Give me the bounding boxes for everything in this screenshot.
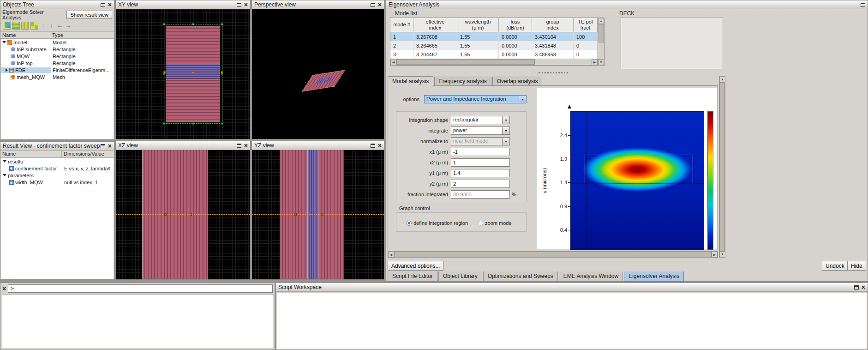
tab-eme-analysis-window[interactable]: EME Analysis Window <box>559 272 623 282</box>
tree-row-fde[interactable]: FDE FiniteDifferenceEigenm... <box>1 66 114 73</box>
undock-button[interactable]: Undock <box>822 261 848 271</box>
close-icon[interactable]: × <box>2 286 6 291</box>
collapsed-expander-icon[interactable] <box>6 68 8 72</box>
x2-input[interactable] <box>451 158 510 167</box>
deck-area[interactable] <box>621 18 722 69</box>
undock-icon[interactable] <box>371 3 375 7</box>
undock-icon[interactable] <box>101 144 105 148</box>
tab-frequency-analysis[interactable]: Frequency analysis <box>434 77 491 85</box>
mode-table-vscrollbar[interactable]: ▲ ▼ <box>598 18 604 65</box>
result-group-results[interactable]: results <box>1 158 114 165</box>
undock-icon[interactable] <box>237 144 241 148</box>
simulation-region-icon[interactable] <box>12 22 20 30</box>
scroll-up-icon[interactable]: ▲ <box>598 18 604 24</box>
content-vscrollbar[interactable]: ▲ ▼ <box>719 76 725 258</box>
arrow-right-icon[interactable]: → <box>65 22 72 29</box>
mesh-refinement-icon[interactable] <box>21 22 29 30</box>
integration-shape-dropdown[interactable]: rectangular ▼ <box>451 116 510 124</box>
perspective-viewport[interactable] <box>252 9 384 139</box>
scroll-left-icon[interactable]: ◀ <box>388 252 394 258</box>
mode-row-3[interactable]: 3 3.204467 1.55 0.0000 3.486958 0 <box>390 50 598 59</box>
tab-optimizations-and-sweeps[interactable]: Optimizations and Sweeps <box>483 272 558 282</box>
tab-overlap-analysis[interactable]: Overlap analysis <box>492 77 543 85</box>
radio-define-integration-region[interactable] <box>407 221 412 226</box>
scroll-up-icon[interactable]: ▲ <box>719 76 725 82</box>
options-dropdown[interactable]: Power and Impedance Integration ▼ <box>424 95 527 103</box>
tab-modal-analysis[interactable]: Modal analysis <box>388 76 433 86</box>
scroll-down-icon[interactable]: ▼ <box>719 251 725 257</box>
monitors-icon[interactable] <box>30 22 38 30</box>
mode-field-heatmap[interactable] <box>570 111 704 250</box>
y2-input[interactable] <box>451 180 510 188</box>
mesh-handle[interactable] <box>294 213 297 216</box>
arrow-left-icon[interactable]: ← <box>56 22 63 29</box>
mesh-handle[interactable] <box>221 71 223 73</box>
x1-input[interactable] <box>451 148 510 156</box>
close-icon[interactable]: × <box>244 143 248 148</box>
header-group-index[interactable]: group index <box>532 18 574 32</box>
mode-table-hscrollbar[interactable]: ◀ ▶ <box>390 59 598 65</box>
radio-zoom-mode[interactable] <box>478 221 483 226</box>
tab-eigensolver-analysis[interactable]: Eigensolver Analysis <box>624 272 684 282</box>
mesh-handle[interactable] <box>163 71 166 73</box>
mesh-handle[interactable] <box>190 213 192 216</box>
advanced-options-button[interactable]: Advanced options... <box>388 261 443 271</box>
mode-row-1[interactable]: 1 3.267608 1.55 0.0000 3.430104 100 <box>390 32 598 41</box>
arrow-down-icon[interactable]: ↓ <box>48 22 55 29</box>
arrow-up-icon[interactable]: ↑ <box>40 22 47 29</box>
content-hscrollbar[interactable]: ◀ ▶ <box>388 251 718 258</box>
mesh-handle[interactable] <box>321 213 323 216</box>
tree-row-inp-top[interactable]: InP top Rectangle <box>1 60 114 66</box>
tree-row-model[interactable]: model Model <box>1 39 114 46</box>
cell: 0.0000 <box>499 50 532 59</box>
scroll-left-icon[interactable]: ◀ <box>390 59 396 65</box>
xy-viewport[interactable] <box>116 9 250 139</box>
close-icon[interactable]: × <box>378 143 382 148</box>
header-effective-index[interactable]: effective index <box>413 18 457 32</box>
header-loss[interactable]: loss (dB/cm) <box>499 18 532 32</box>
close-icon[interactable]: × <box>244 2 248 7</box>
undock-icon[interactable] <box>237 3 241 7</box>
close-icon[interactable]: × <box>108 2 112 7</box>
tab-script-file-editor[interactable]: Script File Editor <box>388 272 437 282</box>
script-prompt-input[interactable] <box>8 284 273 293</box>
mesh-handle[interactable] <box>164 213 167 216</box>
result-row-confinement-factor[interactable]: confinement factor E vs x, y, z, lambda/… <box>1 165 114 172</box>
expander-icon[interactable] <box>3 160 6 163</box>
tree-row-mesh-mqw[interactable]: mesh_MQW Mesh <box>1 73 114 80</box>
expander-icon[interactable] <box>2 41 6 43</box>
scroll-right-icon[interactable]: ▶ <box>712 252 718 258</box>
close-icon[interactable]: × <box>378 2 382 7</box>
result-group-parameters[interactable]: parameters <box>1 172 114 179</box>
undock-icon[interactable] <box>371 144 375 148</box>
header-mode[interactable]: mode # <box>390 18 413 32</box>
hide-button[interactable]: Hide <box>847 261 866 271</box>
integrate-dropdown[interactable]: power ▼ <box>451 127 510 135</box>
tree-row-inp-substrate[interactable]: InP substrate Rectangle <box>1 46 114 53</box>
tree-row-mqw[interactable]: MQW Rectangle <box>1 53 114 60</box>
mesh-handle[interactable] <box>192 71 194 73</box>
header-te-fraction[interactable]: TE pol fract <box>574 18 598 32</box>
show-result-view-button[interactable]: Show result view <box>66 11 112 19</box>
scroll-down-icon[interactable]: ▼ <box>598 59 604 65</box>
close-icon[interactable]: × <box>862 285 865 290</box>
structures-icon[interactable] <box>3 22 11 30</box>
mode-row-2[interactable]: 2 3.264665 1.55 0.0000 3.431848 0 <box>390 41 598 50</box>
workspace-body[interactable] <box>277 293 867 349</box>
scroll-right-icon[interactable]: ▶ <box>592 59 598 65</box>
tab-object-library[interactable]: Object Library <box>438 272 482 282</box>
close-icon[interactable]: × <box>108 144 112 148</box>
script-history[interactable] <box>2 295 273 348</box>
expander-icon[interactable] <box>3 174 6 176</box>
undock-icon[interactable] <box>861 3 865 7</box>
xz-viewport[interactable] <box>116 150 250 279</box>
yz-viewport[interactable] <box>252 150 384 279</box>
integration-region-outline[interactable] <box>585 155 693 183</box>
header-wavelength[interactable]: wavelength (μ m) <box>457 18 499 32</box>
result-row-width-mqw[interactable]: width_MQW null vs index_1 <box>1 179 114 186</box>
undock-icon[interactable] <box>101 3 105 7</box>
undock-icon[interactable] <box>854 285 859 290</box>
cell: 2 <box>390 41 413 50</box>
y1-input[interactable] <box>451 169 510 177</box>
splitter-handle[interactable] <box>539 72 568 73</box>
